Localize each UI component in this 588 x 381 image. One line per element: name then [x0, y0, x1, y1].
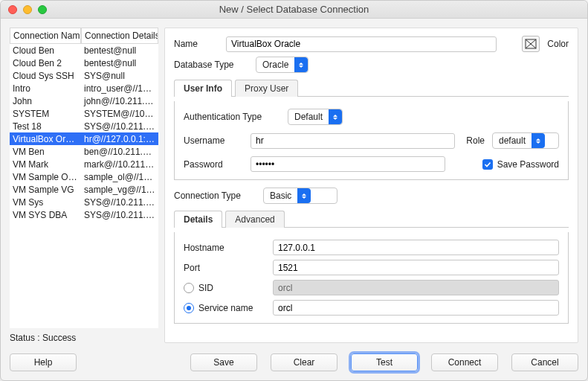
table-row[interactable]: Cloud Sys SSHSYS@null [10, 69, 158, 82]
cell-connection-details: SYS@//10.211.55… [81, 196, 158, 208]
cell-connection-name: VM Mark [10, 158, 81, 170]
cell-connection-name: Cloud Ben 2 [10, 57, 81, 69]
cell-connection-details: SYSTEM@//10.21… [81, 107, 158, 120]
col-connection-details[interactable]: Connection Details [81, 28, 158, 44]
cell-connection-name: VM Sample Olym… [10, 170, 81, 183]
hostname-input[interactable] [273, 240, 559, 255]
cell-connection-details: SYS@//10.211.55… [81, 120, 158, 132]
clear-button[interactable]: Clear [271, 353, 337, 371]
test-button[interactable]: Test [351, 353, 418, 371]
table-row[interactable]: VM Benben@//10.211.55… [10, 145, 158, 158]
sid-radio[interactable]: SID [184, 283, 265, 293]
port-label: Port [184, 263, 265, 273]
main-panel: Name Color Database Type Oracle [164, 28, 578, 343]
user-info-pane: Authentication Type Default Username Rol… [174, 101, 569, 180]
color-swatch-icon [525, 39, 537, 49]
save-password-label: Save Password [497, 159, 559, 170]
conn-type-label: Connection Type [174, 190, 256, 201]
cell-connection-name: Cloud Ben [10, 44, 81, 57]
table-row[interactable]: Cloud Benbentest@null [10, 44, 158, 57]
cell-connection-details: bentest@null [81, 44, 158, 57]
role-select[interactable]: default [492, 132, 559, 149]
username-label: Username [184, 135, 243, 146]
auth-type-select[interactable]: Default [288, 109, 343, 125]
chevron-updown-icon [329, 109, 342, 124]
auth-type-value: Default [294, 112, 323, 122]
password-label: Password [184, 159, 243, 170]
password-input[interactable] [251, 156, 445, 172]
conn-type-select[interactable]: Basic [263, 188, 337, 204]
tab-advanced[interactable]: Advanced [225, 211, 284, 228]
cell-connection-details: SYS@//10.211.55… [81, 208, 158, 221]
footer: Help Save Clear Test Connect Cancel [1, 348, 587, 380]
cell-connection-name: Test 18 [10, 120, 81, 132]
table-row[interactable]: VM Sample VGsample_vg@//10… [10, 183, 158, 196]
table-body: Cloud Benbentest@nullCloud Ben 2bentest@… [10, 44, 158, 328]
table-row[interactable]: Cloud Ben 2bentest@null [10, 57, 158, 69]
save-button[interactable]: Save [190, 353, 257, 371]
table-row[interactable]: VM Sample Olym…sample_ol@//10… [10, 170, 158, 183]
conn-tabs: Details Advanced [174, 210, 569, 228]
tab-proxy-user[interactable]: Proxy User [235, 80, 298, 97]
help-button[interactable]: Help [10, 353, 77, 371]
save-password-checkbox[interactable]: Save Password [482, 159, 559, 170]
cell-connection-name: SYSTEM [10, 107, 81, 120]
color-label: Color [547, 39, 569, 49]
table-header: Connection Name Connection Details [10, 28, 158, 44]
details-pane: Hostname Port SID Se [174, 232, 569, 324]
table-row[interactable]: Test 18SYS@//10.211.55… [10, 120, 158, 132]
table-row[interactable]: VM Markmark@//10.211.5… [10, 158, 158, 170]
sid-input [273, 280, 559, 295]
cell-connection-details: intro_user@//10… [81, 82, 158, 95]
role-value: default [499, 135, 526, 146]
titlebar: New / Select Database Connection [1, 1, 587, 19]
cell-connection-name: VM Ben [10, 145, 81, 158]
cell-connection-name: Cloud Sys SSH [10, 69, 81, 82]
radio-icon [184, 283, 194, 293]
radio-icon [184, 303, 194, 313]
role-label: Role [462, 135, 485, 146]
table-row[interactable]: Johnjohn@//10.211.5… [10, 95, 158, 107]
cell-connection-name: VM SYS DBA [10, 208, 81, 221]
cell-connection-name: VM Sys [10, 196, 81, 208]
username-input[interactable] [251, 133, 455, 149]
chevron-updown-icon [294, 57, 308, 72]
tab-details[interactable]: Details [174, 211, 222, 228]
cell-connection-details: john@//10.211.5… [81, 95, 158, 107]
auth-type-label: Authentication Type [184, 112, 280, 122]
service-label: Service name [198, 303, 253, 313]
table-row[interactable]: VirtualBox Oraclehr@//127.0.0.1:1… [10, 132, 158, 145]
cancel-button[interactable]: Cancel [511, 353, 578, 371]
sidebar: Connection Name Connection Details Cloud… [10, 28, 158, 343]
table-row[interactable]: Introintro_user@//10… [10, 82, 158, 95]
table-row[interactable]: SYSTEMSYSTEM@//10.21… [10, 107, 158, 120]
dbtype-select[interactable]: Oracle [256, 57, 308, 73]
tab-user-info[interactable]: User Info [174, 80, 232, 97]
auth-tabs: User Info Proxy User [174, 79, 569, 97]
cell-connection-details: bentest@null [81, 57, 158, 69]
checkmark-icon [482, 159, 493, 170]
port-input[interactable] [273, 260, 559, 275]
name-input[interactable] [226, 36, 497, 52]
chevron-updown-icon [297, 188, 311, 203]
table-row[interactable]: VM SysSYS@//10.211.55… [10, 196, 158, 208]
name-label: Name [174, 39, 219, 49]
dbtype-label: Database Type [174, 60, 248, 70]
hostname-label: Hostname [184, 243, 265, 253]
service-input[interactable] [273, 300, 559, 316]
cell-connection-name: VirtualBox Oracle [10, 132, 81, 145]
chevron-updown-icon [532, 133, 545, 148]
cell-connection-name: John [10, 95, 81, 107]
status-text: Status : Success [10, 333, 158, 343]
color-button[interactable] [522, 36, 540, 52]
service-radio[interactable]: Service name [184, 303, 265, 313]
connect-button[interactable]: Connect [431, 353, 498, 371]
cell-connection-details: SYS@null [81, 69, 158, 82]
table-row[interactable]: VM SYS DBASYS@//10.211.55… [10, 208, 158, 221]
col-connection-name[interactable]: Connection Name [10, 28, 81, 44]
cell-connection-details: sample_ol@//10… [81, 170, 158, 183]
cell-connection-details: hr@//127.0.0.1:1… [81, 132, 158, 145]
cell-connection-name: Intro [10, 82, 81, 95]
dialog-window: New / Select Database Connection Connect… [0, 0, 588, 381]
cell-connection-details: ben@//10.211.55… [81, 145, 158, 158]
